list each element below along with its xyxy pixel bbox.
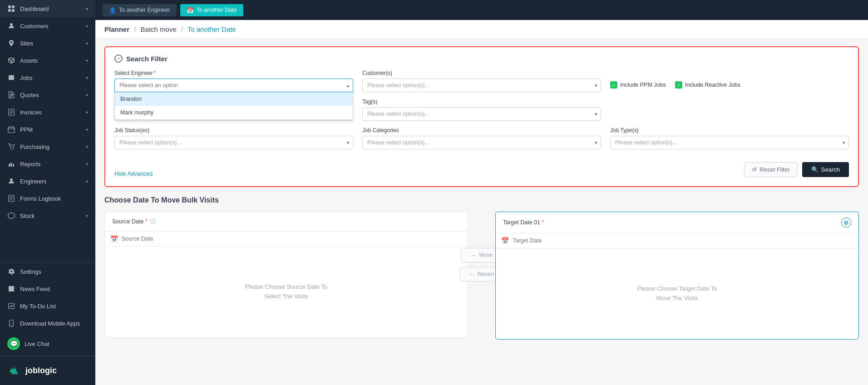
filter-group-job-type: Job Type(s) Please select option(s)... ▾	[610, 127, 849, 149]
chart-icon	[7, 160, 15, 168]
btn-to-date-label: To another Date	[197, 7, 237, 13]
filter-spacer-2	[610, 99, 849, 121]
sidebar-item-engineers[interactable]: Engineers ▾	[0, 173, 95, 190]
live-chat-icon: 💬	[7, 337, 20, 350]
sidebar-item-jobs[interactable]: Jobs ▾	[0, 69, 95, 86]
job-statuses-label: Job Status(es)	[114, 127, 353, 133]
engineer-select-wrapper: ▴ Brandon Mark murphy	[114, 79, 353, 92]
job-type-select[interactable]: Please select option(s)...	[610, 136, 849, 149]
todo-icon	[7, 302, 15, 310]
target-date-input[interactable]	[513, 237, 853, 244]
filter-group-customers: Customer(s) Please select option(s)... ▾	[362, 70, 601, 92]
target-date-header: Target Date 01 * ⊕	[496, 212, 858, 233]
chevron-down-icon: ▾	[86, 58, 88, 63]
customers-select-wrapper: Please select option(s)... ▾	[362, 79, 601, 92]
source-date-help-icon[interactable]: ⓘ	[150, 217, 156, 226]
source-date-card: Source Date * ⓘ 📅 Please Choose Source D…	[104, 212, 468, 338]
sidebar-item-customers[interactable]: Customers ▾	[0, 17, 95, 35]
tags-label: Tag(s)	[362, 99, 601, 105]
job-categories-label: Job Categories	[362, 127, 601, 133]
sidebar-item-purchasing[interactable]: Purchasing ▾	[0, 138, 95, 155]
dropdown-item-brandon[interactable]: Brandon	[115, 92, 353, 106]
ppm-check-icon: ✓	[610, 81, 617, 89]
source-calendar-icon: 📅	[110, 235, 118, 242]
reset-filter-button[interactable]: ↺ Reset Filter	[744, 162, 797, 177]
calendar-icon	[7, 125, 15, 133]
dropdown-item-mark[interactable]: Mark murphy	[115, 106, 353, 119]
sidebar-item-ppm[interactable]: PPM ▾	[0, 121, 95, 138]
sidebar-item-invoices[interactable]: Invoices ▾	[0, 104, 95, 121]
breadcrumb: Planner / Batch move / To another Date	[95, 20, 868, 39]
tags-wrapper: Please select option(s)... ▾	[362, 107, 601, 121]
chevron-down-icon: ▾	[86, 75, 88, 80]
sidebar-label-stock: Stock	[20, 212, 35, 219]
page-body: − Search Filter Select Engineer* ▴ Brand…	[95, 39, 868, 385]
btn-to-date[interactable]: 📅 To another Date	[180, 4, 243, 16]
engineer-input[interactable]	[114, 79, 353, 92]
breadcrumb-current[interactable]: To another Date	[187, 25, 236, 33]
sidebar-item-news-feed[interactable]: News Feed	[0, 280, 95, 297]
middle-buttons: → Move ← Revert	[468, 212, 495, 281]
sidebar-item-download-apps[interactable]: Download Mobile Apps	[0, 315, 95, 332]
sidebar-item-quotes[interactable]: Quotes ▾	[0, 86, 95, 104]
svg-point-9	[10, 178, 13, 181]
job-categories-select[interactable]: Please select option(s)...	[362, 136, 601, 149]
filter-group-include: ✓ Include PPM Jobs ✓ Include Reactive Jo…	[610, 70, 849, 92]
date-columns: Source Date * ⓘ 📅 Please Choose Source D…	[104, 212, 859, 340]
chevron-down-icon: ▾	[86, 41, 88, 46]
cart-icon	[7, 143, 15, 151]
sidebar-label-download-apps: Download Mobile Apps	[20, 320, 80, 327]
sidebar-item-reports[interactable]: Reports ▾	[0, 155, 95, 173]
revert-icon: ←	[469, 271, 475, 277]
job-statuses-select[interactable]: Please select option(s)...	[114, 136, 353, 149]
move-label: Move	[479, 252, 493, 258]
box-icon	[7, 56, 15, 64]
include-reactive-checkbox[interactable]: ✓ Include Reactive Jobs	[675, 81, 740, 89]
sidebar-item-my-todo[interactable]: My To-Do List	[0, 297, 95, 315]
checkboxes-row: ✓ Include PPM Jobs ✓ Include Reactive Jo…	[610, 79, 849, 89]
filter-title-text: Search Filter	[126, 55, 168, 63]
reactive-check-icon: ✓	[675, 81, 682, 89]
filter-group-job-categories: Job Categories Please select option(s)..…	[362, 127, 601, 149]
engineer-label: Select Engineer*	[114, 70, 353, 76]
search-filter-card: − Search Filter Select Engineer* ▴ Brand…	[104, 46, 859, 187]
customers-label: Customer(s)	[362, 70, 601, 76]
sidebar-item-settings[interactable]: Settings	[0, 263, 95, 280]
forms-icon	[7, 194, 15, 202]
hide-advanced-link[interactable]: Hide Advanced	[114, 171, 153, 177]
breadcrumb-sep2: /	[181, 25, 183, 33]
sidebar-item-assets[interactable]: Assets ▾	[0, 52, 95, 69]
filter-group-engineer: Select Engineer* ▴ Brandon Mark murphy	[114, 70, 353, 92]
logo-icon	[7, 363, 22, 378]
btn-to-engineer-label: To another Engineer	[119, 7, 170, 13]
include-reactive-label: Include Reactive Jobs	[685, 82, 740, 88]
sidebar-item-sites[interactable]: Sites ▾	[0, 35, 95, 52]
sidebar-label-purchasing: Purchasing	[20, 143, 49, 150]
btn-to-engineer[interactable]: 👤 To another Engineer	[103, 4, 177, 16]
sidebar-item-stock[interactable]: Stock ▾	[0, 207, 95, 224]
customers-select[interactable]: Please select option(s)...	[362, 79, 601, 92]
source-date-empty: Please Choose Source Date ToSelect The V…	[105, 247, 468, 337]
svg-rect-3	[12, 9, 15, 12]
sidebar-item-forms-logbook[interactable]: Forms Logbook	[0, 190, 95, 207]
sidebar-label-engineers: Engineers	[20, 178, 47, 185]
mobile-icon	[7, 319, 15, 327]
tags-select[interactable]: Please select option(s)...	[362, 107, 601, 121]
sidebar-item-dashboard[interactable]: Dashboard ▾	[0, 0, 95, 17]
chevron-down-icon: ▾	[86, 6, 88, 11]
breadcrumb-planner: Planner	[104, 25, 129, 33]
source-date-input[interactable]	[122, 236, 462, 242]
live-chat-button[interactable]: 💬 Live Chat	[0, 332, 95, 355]
date-nav-icon: 📅	[187, 7, 194, 14]
target-remove-button[interactable]: ⊕	[841, 217, 851, 227]
svg-point-7	[10, 148, 11, 149]
logo: joblogic	[0, 355, 95, 385]
filter-actions: ↺ Reset Filter 🔍 Search	[744, 162, 849, 177]
include-spacer	[610, 70, 849, 76]
job-type-wrapper: Please select option(s)... ▾	[610, 136, 849, 149]
search-button[interactable]: 🔍 Search	[802, 162, 849, 177]
target-date-card: Target Date 01 * ⊕ 📅 Please Choose Targe…	[495, 212, 859, 340]
chevron-down-icon: ▾	[86, 213, 88, 218]
sidebar-label-dashboard: Dashboard	[20, 5, 49, 12]
include-ppm-checkbox[interactable]: ✓ Include PPM Jobs	[610, 81, 666, 89]
